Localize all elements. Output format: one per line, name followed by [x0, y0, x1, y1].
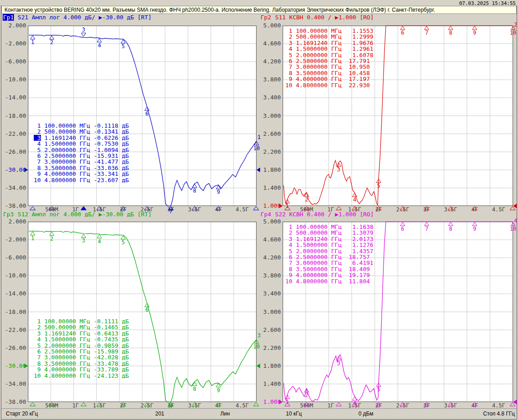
y-axis-tick-label: -14.00 [5, 94, 26, 100]
marker-number: 8 [193, 386, 196, 392]
marker-row-number: 3 [34, 331, 41, 336]
x-axis-tick-label: 1Г [327, 402, 333, 409]
x-axis-tick-label: 2.5Г [140, 402, 153, 409]
y-axis-tick-label: 3.800 [263, 76, 281, 82]
channel-panel-s12: 500М1Г1.5Г2Г2.5Г3Г3.5Г4Г4.5Г123456789103… [28, 222, 257, 402]
marker-table-row: 7 3.0000000 ГГц -42.028 дБ [34, 354, 129, 360]
x-axis-tick-label: 2.5Г [396, 206, 409, 213]
reference-level-arrow-left[interactable] [279, 400, 283, 404]
y-axis-tick-label: -30.00 [5, 363, 26, 369]
y-axis-tick-label: 1.400 [263, 381, 281, 387]
channel-panel-s21: 500М1Г1.5Г2Г2.5Г3Г3.5Г4Г4.5Г123456789101… [28, 26, 257, 206]
plot-area-s12[interactable]: 500М1Г1.5Г2Г2.5Г3Г3.5Г4Г4.5Г123456789103 [28, 222, 257, 409]
channel-header-s21[interactable]: Гр1 S21 Ампл лог 4.000 дБ/ ▶-30.00 дБ [R… [3, 14, 152, 21]
y-axis-tick-label: 3.000 [263, 309, 281, 315]
marker-row-number: 8 [34, 165, 41, 171]
marker-table-s11: 1 100.00000 МГц 1.15532 500.00000 МГц 1.… [285, 28, 374, 88]
y-axis-labels-s22: 5.0004.6004.2003.8003.4003.0002.6002.200… [256, 219, 281, 405]
marker-number: 3 [337, 360, 340, 366]
x-axis-tick-label: 3.5Г [444, 206, 457, 213]
y-axis-tick-label: 2.000 [9, 22, 26, 28]
y-axis-tick-label: 1.800 [263, 363, 281, 369]
marker-row-number: 2 [34, 129, 41, 134]
channel-format-label: S22 КСВН 0.400 / ▶1.000 [RO] [271, 211, 374, 218]
marker-row-number: 2 [285, 34, 293, 40]
reference-level-arrow-left[interactable] [279, 204, 283, 208]
marker-axis-triangle-1[interactable] [30, 402, 36, 406]
y-axis-tick-label: -22.00 [5, 131, 26, 137]
y-axis-labels-s11: 5.0004.6004.2003.8003.4003.0002.6002.200… [256, 22, 281, 209]
y-axis-tick-label: -2.000 [5, 40, 26, 46]
measurement-title-bar: Контактное устройство BERING 40x20 мм. Р… [1, 6, 517, 14]
marker-table-row: 8 3.5000000 ГГц -33.478 дБ [34, 361, 129, 366]
y-axis-tick-label: -26.00 [5, 149, 26, 155]
marker-row-number: 4 [285, 242, 293, 248]
marker-number: 6 [145, 307, 149, 313]
marker-row-number: 8 [34, 361, 41, 366]
marker-number: 5 [122, 43, 125, 49]
x-axis-tick-label: 4.5Г [236, 402, 249, 409]
marker-table-row: 3 1.1691240 ГГц 1.9676 [285, 40, 374, 46]
marker-row-number: 8 [285, 266, 293, 272]
channel-header-s11[interactable]: Гр2 S11 КСВН 0.400 / ▶1.000 [RO] [260, 14, 374, 21]
x-axis-tick-label: 3.5Г [444, 402, 457, 409]
marker-table-row: 10 4.8000000 ГГц -23.607 дБ [34, 177, 129, 183]
marker-axis-triangle-10[interactable] [510, 402, 515, 406]
trace-number-label: 2 [514, 22, 517, 28]
marker-number: 1 [286, 203, 289, 209]
marker-axis-triangle-3[interactable] [81, 206, 86, 210]
marker-row-number: 4 [285, 46, 293, 52]
marker-axis-triangle-10[interactable] [510, 206, 515, 210]
marker-row-number: 1 [285, 28, 293, 34]
channel-id-badge[interactable]: Гр1 [3, 14, 14, 21]
marker-row-number: 9 [34, 366, 41, 372]
marker-table-row: 8 3.5000000 ГГц 18.409 [285, 266, 374, 272]
channel-id-badge[interactable]: Гр4 [260, 211, 271, 218]
y-axis-tick-label: -38.00 [5, 399, 26, 405]
marker-number: 1 [286, 399, 289, 405]
plot-area-s21[interactable]: 500М1Г1.5Г2Г2.5Г3Г3.5Г4Г4.5Г123456789101 [28, 26, 257, 213]
marker-number: 2 [305, 197, 308, 203]
marker-axis-triangle-1[interactable] [30, 206, 36, 210]
reference-level-arrow-left[interactable] [24, 364, 28, 368]
marker-table-row: 8 3.5000000 ГГц 10.458 [285, 70, 374, 76]
y-axis-tick-label: -30.00 [5, 167, 26, 173]
marker-table-row: 4 1.5000000 ГГц -0.7530 дБ [34, 141, 129, 147]
channel-panel-s11: 500М1Г1.5Г2Г2.5Г3Г3.5Г4Г4.5Г123456789102… [283, 26, 513, 206]
marker-row-number: 1 [34, 123, 41, 129]
status-if-bandwidth: 10 кГц [286, 411, 302, 417]
marker-number: 4 [98, 42, 101, 49]
marker-table-row: 7 3.0000000 ГГц 10.950 [285, 64, 374, 70]
reference-level-arrow-left[interactable] [24, 168, 28, 172]
y-axis-labels-s21: 2.000-2.000-6.000-10.00-14.00-18.00-22.0… [1, 22, 26, 209]
marker-table-row: 1 100.00000 МГц 1.1553 [285, 28, 374, 34]
channel-id-badge[interactable]: Гр3 [3, 211, 14, 218]
marker-number: 1 [31, 39, 34, 45]
marker-row-data: 4.8000000 ГГц 11.804 [293, 278, 370, 285]
marker-axis-triangle-3[interactable] [81, 402, 86, 406]
marker-row-number: 1 [34, 318, 41, 324]
marker-row-number: 6 [285, 254, 293, 260]
channel-id-badge[interactable]: Гр2 [260, 14, 271, 21]
y-axis-tick-label: 3.400 [263, 94, 281, 100]
marker-row-number: 9 [285, 272, 293, 278]
marker-row-number: 10 [285, 82, 293, 88]
marker-table-s22: 1 100.00000 МГц 1.16382 500.00000 МГц 1.… [285, 224, 374, 284]
x-axis-tick-label: 500М [300, 402, 313, 409]
status-points-count: 201 [155, 411, 164, 417]
y-axis-tick-label: -18.00 [5, 113, 26, 119]
marker-axis-triangle-3[interactable] [336, 206, 342, 210]
y-axis-tick-label: 2.200 [263, 345, 281, 351]
window-frame-bottom [1, 419, 517, 420]
marker-table-row: 1 100.00000 МГц 1.1638 [285, 224, 374, 230]
marker-axis-triangle-3[interactable] [336, 402, 342, 406]
status-sweep-type: Лин [220, 411, 230, 417]
marker-table-row: 5 2.0000000 ГГц -1.0094 дБ [34, 147, 129, 153]
marker-table-row: 10 4.8000000 ГГц 22.930 [285, 82, 374, 88]
channel-format-label: S21 Ампл лог 4.000 дБ/ ▶-30.00 дБ [RT] [14, 14, 151, 21]
y-axis-tick-label: 4.200 [263, 58, 281, 64]
status-start-frequency: Старт 20 кГц [6, 411, 38, 417]
y-axis-tick-label: 3.400 [263, 290, 281, 296]
channel-header-s22[interactable]: Гр4 S22 КСВН 0.400 / ▶1.000 [RO] [260, 211, 374, 218]
channel-header-s12[interactable]: Гр3 S12 Ампл лог 4.000 дБ/ ▶-30.00 дБ [R… [3, 211, 152, 218]
